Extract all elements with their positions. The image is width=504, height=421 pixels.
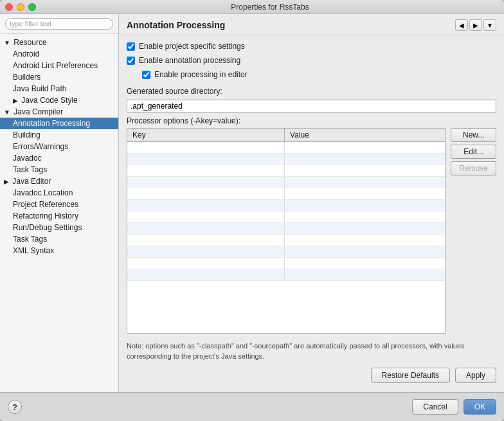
enable-annotation-processing-label: Enable annotation processing (139, 56, 240, 65)
table-row[interactable] (127, 258, 445, 269)
close-button[interactable] (5, 3, 13, 11)
col-header-value: Value (285, 129, 445, 141)
sidebar-item-task-tags2[interactable]: Task Tags (0, 233, 118, 245)
traffic-lights (5, 3, 36, 11)
table-row[interactable] (127, 165, 445, 177)
processor-table-area: Key Value (127, 128, 496, 334)
table-cell-value (285, 142, 445, 153)
main-panel: Annotation Processing ◀ ▶ ▼ Enable proje… (119, 14, 504, 392)
enable-processing-in-editor-label: Enable processing in editor (154, 70, 248, 79)
header-icons: ◀ ▶ ▼ (455, 19, 496, 31)
enable-annotation-processing-checkbox[interactable] (127, 57, 135, 65)
maximize-button[interactable] (28, 3, 36, 11)
table-rows (127, 142, 445, 333)
bottom-bar: ? Cancel OK (0, 392, 504, 421)
generated-source-label: Generated source directory: (127, 87, 496, 96)
sidebar-item-errors-warnings[interactable]: Errors/Warnings (0, 141, 118, 152)
enable-processing-in-editor-row: Enable processing in editor (127, 70, 496, 79)
table-buttons: New... Edit... Remove (451, 128, 496, 334)
bottom-right: Cancel OK (412, 399, 496, 415)
sidebar-item-project-references[interactable]: Project References (0, 199, 118, 210)
sidebar-item-builders[interactable]: Builders (0, 71, 118, 83)
sidebar-item-java-editor[interactable]: ▶ Java Editor (0, 175, 118, 187)
sidebar-item-run-debug[interactable]: Run/Debug Settings (0, 222, 118, 233)
cancel-button[interactable]: Cancel (412, 399, 458, 415)
back-icon-btn[interactable]: ◀ (455, 19, 468, 31)
window-title: Properties for RssTabs (41, 3, 499, 12)
table-row[interactable] (127, 200, 445, 211)
filter-input[interactable] (5, 18, 113, 30)
table-row[interactable] (127, 142, 445, 154)
restore-defaults-button[interactable]: Restore Defaults (371, 368, 450, 383)
sidebar-item-task-tags[interactable]: Task Tags (0, 164, 118, 175)
panel-header: Annotation Processing ◀ ▶ ▼ (119, 14, 504, 35)
apply-button[interactable]: Apply (455, 368, 496, 383)
enable-project-specific-checkbox[interactable] (127, 42, 135, 51)
table-row[interactable] (127, 211, 445, 223)
note-text: Note: options such as "-classpath" and "… (127, 337, 496, 364)
remove-button[interactable]: Remove (451, 161, 496, 175)
help-button[interactable]: ? (8, 400, 22, 414)
panel-title: Annotation Processing (127, 20, 225, 30)
sidebar-item-javadoc[interactable]: Javadoc (0, 152, 118, 164)
main-window: Properties for RssTabs ▼ Resource Androi… (0, 0, 504, 421)
table-row[interactable] (127, 177, 445, 188)
processor-table: Key Value (127, 128, 446, 334)
arrow-icon: ▶ (4, 178, 9, 185)
sidebar-item-xml-syntax[interactable]: XML Syntax (0, 245, 118, 256)
sidebar-item-java-compiler[interactable]: ▼ Java Compiler (0, 106, 118, 118)
panel-body: Enable project specific settings Enable … (119, 35, 504, 392)
processor-options-label: Processor options (-Akey=value): (127, 116, 496, 125)
enable-annotation-processing-row: Enable annotation processing (127, 56, 496, 65)
table-row[interactable] (127, 188, 445, 200)
table-row[interactable] (127, 246, 445, 258)
menu-icon-btn[interactable]: ▼ (483, 19, 496, 31)
table-row[interactable] (127, 223, 445, 235)
sidebar-item-javadoc-location[interactable]: Javadoc Location (0, 187, 118, 199)
forward-icon-btn[interactable]: ▶ (469, 19, 482, 31)
enable-project-specific-row: Enable project specific settings (127, 42, 496, 51)
sidebar-item-refactoring-history[interactable]: Refactoring History (0, 210, 118, 222)
table-header: Key Value (127, 129, 445, 142)
title-bar: Properties for RssTabs (0, 0, 504, 14)
filter-wrap (0, 14, 118, 34)
sidebar-item-annotation-processing[interactable]: Annotation Processing (0, 118, 118, 129)
sidebar-item-resource[interactable]: ▼ Resource (0, 37, 118, 48)
generated-source-input[interactable] (127, 100, 496, 112)
table-cell-key (127, 142, 285, 153)
edit-button[interactable]: Edit... (451, 145, 496, 159)
processor-section: Processor options (-Akey=value): Key Val… (127, 116, 496, 334)
table-row[interactable] (127, 154, 445, 165)
minimize-button[interactable] (17, 3, 24, 11)
sidebar-item-java-code-style[interactable]: ▶ Java Code Style (0, 94, 118, 106)
arrow-icon: ▼ (4, 109, 10, 116)
table-row[interactable] (127, 269, 445, 281)
sidebar-item-android-lint[interactable]: Android Lint Preferences (0, 60, 118, 71)
sidebar: ▼ Resource Android Android Lint Preferen… (0, 14, 119, 392)
sidebar-item-java-build-path[interactable]: Java Build Path (0, 83, 118, 94)
generated-source-row (127, 100, 496, 112)
enable-processing-in-editor-checkbox[interactable] (142, 71, 150, 79)
sidebar-item-android[interactable]: Android (0, 48, 118, 60)
col-header-key: Key (127, 129, 285, 141)
bottom-left: ? (8, 400, 22, 414)
sidebar-item-building[interactable]: Building (0, 129, 118, 141)
table-row[interactable] (127, 235, 445, 246)
enable-project-specific-label: Enable project specific settings (139, 42, 245, 51)
tree: ▼ Resource Android Android Lint Preferen… (0, 34, 118, 392)
ok-button[interactable]: OK (464, 399, 496, 415)
new-button[interactable]: New... (451, 128, 496, 142)
arrow-icon: ▼ (4, 39, 10, 46)
arrow-icon: ▶ (13, 97, 18, 104)
